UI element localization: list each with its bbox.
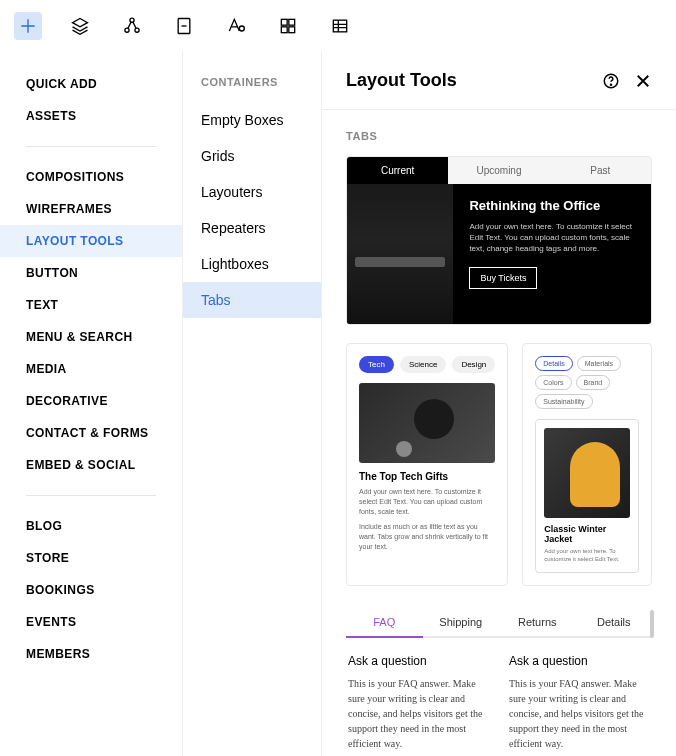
submenu: CONTAINERS Empty BoxesGridsLayoutersRepe… <box>182 52 322 756</box>
sidebar-item-button[interactable]: BUTTON <box>0 257 182 289</box>
tabs-preview-faq[interactable]: FAQShippingReturnsDetails Ask a question… <box>346 608 652 756</box>
sidebar-item-media[interactable]: MEDIA <box>0 353 182 385</box>
preview2-pill: Design <box>452 356 495 373</box>
sidebar-item-contact-forms[interactable]: CONTACT & FORMS <box>0 417 182 449</box>
submenu-item-grids[interactable]: Grids <box>183 138 321 174</box>
preview3-tag: Colors <box>535 375 571 390</box>
preview3-body: Add your own text here. To customize it … <box>544 548 630 564</box>
sidebar-item-text[interactable]: TEXT <box>0 289 182 321</box>
faq-tab: FAQ <box>346 608 423 636</box>
submenu-item-empty-boxes[interactable]: Empty Boxes <box>183 102 321 138</box>
preview2-heading: The Top Tech Gifts <box>359 471 495 482</box>
sidebar-item-quick-add[interactable]: QUICK ADD <box>0 68 182 100</box>
layers-icon[interactable] <box>66 12 94 40</box>
preview-image <box>359 383 495 463</box>
grid-icon[interactable] <box>274 12 302 40</box>
faq-question: Ask a question <box>509 654 650 668</box>
preview1-tab: Past <box>550 157 651 184</box>
preview2-pill: Tech <box>359 356 394 373</box>
faq-tab: Shipping <box>423 608 500 636</box>
preview1-cta: Buy Tickets <box>469 267 537 289</box>
svg-rect-7 <box>281 27 287 33</box>
sidebar-item-members[interactable]: MEMBERS <box>0 638 182 670</box>
page-icon[interactable] <box>170 12 198 40</box>
preview3-tag: Brand <box>576 375 611 390</box>
tabs-preview-2[interactable]: TechScienceDesign The Top Tech Gifts Add… <box>346 343 508 586</box>
sidebar-item-store[interactable]: STORE <box>0 542 182 574</box>
sidebar-item-events[interactable]: EVENTS <box>0 606 182 638</box>
submenu-item-tabs[interactable]: Tabs <box>183 282 321 318</box>
faq-answer: This is your FAQ answer. Make sure your … <box>509 676 650 751</box>
table-icon[interactable] <box>326 12 354 40</box>
text-style-icon[interactable] <box>222 12 250 40</box>
sidebar-divider <box>26 146 156 147</box>
faq-question: Ask a question <box>348 654 489 668</box>
preview2-p2: Include as much or as little text as you… <box>359 522 495 551</box>
svg-rect-5 <box>281 19 287 25</box>
svg-rect-6 <box>289 19 295 25</box>
help-icon[interactable] <box>602 72 620 90</box>
section-title: TABS <box>346 130 652 142</box>
top-toolbar <box>0 0 676 52</box>
close-icon[interactable] <box>634 72 652 90</box>
submenu-item-repeaters[interactable]: Repeaters <box>183 210 321 246</box>
submenu-item-layouters[interactable]: Layouters <box>183 174 321 210</box>
sidebar-item-embed-social[interactable]: EMBED & SOCIAL <box>0 449 182 481</box>
submenu-item-lightboxes[interactable]: Lightboxes <box>183 246 321 282</box>
preview2-pill: Science <box>400 356 446 373</box>
tabs-preview-3[interactable]: DetailsMaterialsColorsBrandSustainabilit… <box>522 343 652 586</box>
scrollbar-indicator <box>650 610 654 638</box>
panel-title: Layout Tools <box>346 70 457 91</box>
preview1-body: Add your own text here. To customize it … <box>469 221 635 255</box>
sidebar-item-wireframes[interactable]: WIREFRAMES <box>0 193 182 225</box>
svg-point-11 <box>610 84 611 85</box>
sidebar-item-bookings[interactable]: BOOKINGS <box>0 574 182 606</box>
faq-answer: This is your FAQ answer. Make sure your … <box>348 676 489 751</box>
tabs-preview-1[interactable]: CurrentUpcomingPast Rethinking the Offic… <box>346 156 652 325</box>
sidebar-item-decorative[interactable]: DECORATIVE <box>0 385 182 417</box>
faq-tab: Returns <box>499 608 576 636</box>
preview1-heading: Rethinking the Office <box>469 198 635 213</box>
sidebar: QUICK ADDASSETSCOMPOSITIONSWIREFRAMESLAY… <box>0 52 182 756</box>
preview1-tab: Current <box>347 157 448 184</box>
sidebar-item-assets[interactable]: ASSETS <box>0 100 182 132</box>
preview3-tag: Materials <box>577 356 621 371</box>
add-icon[interactable] <box>14 12 42 40</box>
preview-image <box>544 428 630 518</box>
svg-rect-8 <box>289 27 295 33</box>
preview1-tab: Upcoming <box>448 157 549 184</box>
sidebar-item-menu-search[interactable]: MENU & SEARCH <box>0 321 182 353</box>
preview3-tag: Details <box>535 356 572 371</box>
preview3-tag: Sustainability <box>535 394 592 409</box>
sidebar-divider <box>26 495 156 496</box>
submenu-header: CONTAINERS <box>183 68 321 102</box>
preview-image <box>347 184 453 324</box>
nodes-icon[interactable] <box>118 12 146 40</box>
faq-tab: Details <box>576 608 653 636</box>
svg-rect-9 <box>333 20 346 32</box>
sidebar-item-compositions[interactable]: COMPOSITIONS <box>0 161 182 193</box>
svg-point-4 <box>239 26 244 31</box>
sidebar-item-blog[interactable]: BLOG <box>0 510 182 542</box>
preview3-heading: Classic Winter Jacket <box>544 524 630 544</box>
preview2-p1: Add your own text here. To customize it … <box>359 487 495 516</box>
panel: Layout Tools TABS CurrentUpcomingPast Re… <box>322 52 676 756</box>
sidebar-item-layout-tools[interactable]: LAYOUT TOOLS <box>0 225 182 257</box>
